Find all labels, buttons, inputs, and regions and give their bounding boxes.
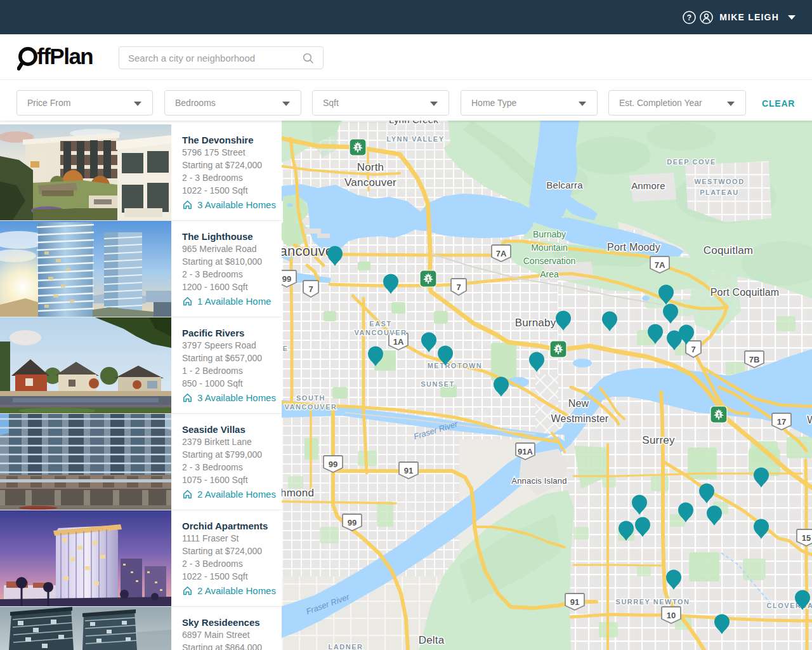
svg-text:Lynn Creek: Lynn Creek [389,121,438,125]
svg-text:1: 1 [357,144,360,150]
svg-text:Area: Area [540,269,559,279]
svg-text:LADNER: LADNER [329,643,363,650]
svg-text:7: 7 [308,284,313,294]
svg-text:Belcarra: Belcarra [546,180,583,190]
svg-text:7: 7 [691,345,695,354]
svg-text:1: 1 [427,275,430,282]
svg-text:7: 7 [456,282,461,292]
svg-text:SOUTH: SOUTH [296,394,325,402]
svg-text:7B: 7B [749,355,760,364]
svg-text:7A: 7A [496,249,507,258]
svg-text:99: 99 [348,518,357,527]
svg-text:Burnaby: Burnaby [515,317,556,329]
svg-text:Annacis Island: Annacis Island [511,476,566,486]
svg-text:Conservation: Conservation [523,256,576,266]
svg-text:SUNSET: SUNSET [421,380,455,388]
svg-text:ffPlan: ffPlan [37,44,93,69]
svg-text:SURREY NEWTON: SURREY NEWTON [616,598,690,606]
svg-text:PLATEAU: PLATEAU [700,189,739,196]
svg-text:99: 99 [329,460,337,469]
svg-text:VANCOUVER: VANCOUVER [285,403,337,411]
svg-text:Delta: Delta [419,634,445,646]
svg-text:Port Moody: Port Moody [607,242,660,253]
svg-text:METROTOWN: METROTOWN [428,362,483,369]
svg-text:Richmond: Richmond [282,487,314,499]
svg-text:1A: 1A [393,337,404,347]
svg-text:Mountain: Mountain [531,242,568,253]
svg-text:91: 91 [404,466,413,475]
svg-text:Vancouver: Vancouver [344,176,396,189]
svg-text:WESTWOOD: WESTWOOD [694,178,744,185]
svg-text:?: ? [687,13,691,22]
svg-text:10: 10 [667,611,676,620]
svg-text:EAST: EAST [369,320,391,328]
svg-text:Westminster: Westminster [551,413,609,424]
svg-text:15: 15 [802,533,811,543]
svg-text:DEEP COVE: DEEP COVE [667,158,716,166]
svg-text:Port Coquitlam: Port Coquitlam [710,287,780,298]
svg-text:Anmore: Anmore [631,180,665,191]
svg-text:LE: LE [282,345,289,352]
svg-text:91: 91 [570,597,579,607]
svg-text:Surrey: Surrey [642,434,675,446]
svg-text:New: New [568,398,589,409]
svg-text:91A: 91A [518,447,533,456]
svg-text:LYNN VALLEY: LYNN VALLEY [386,135,444,143]
svg-text:Coquitlam: Coquitlam [704,244,753,256]
svg-text:1: 1 [557,346,560,352]
svg-text:7A: 7A [655,260,665,270]
svg-text:17: 17 [777,417,786,427]
svg-text:VANCOUVER: VANCOUVER [355,329,407,336]
svg-text:Burnaby: Burnaby [533,229,566,239]
svg-text:1: 1 [717,411,721,418]
svg-text:North: North [357,161,384,173]
svg-text:W: W [807,415,812,425]
svg-text:99: 99 [282,274,291,284]
